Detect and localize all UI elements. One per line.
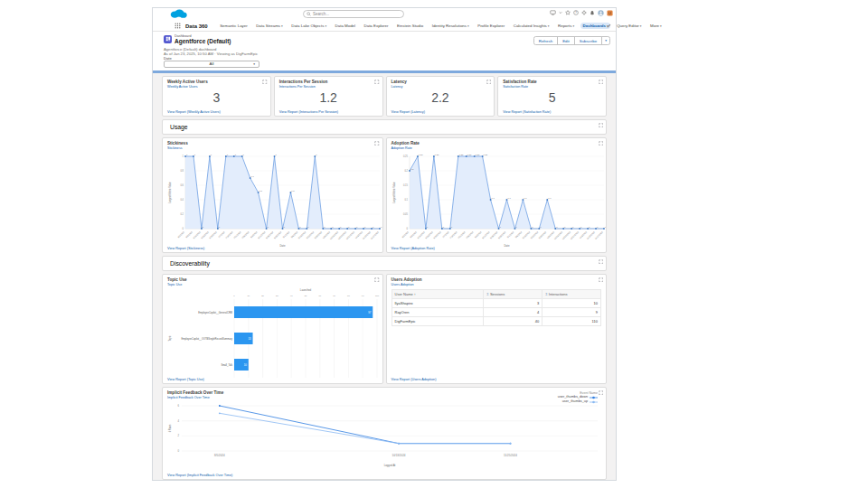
app-launcher-icon[interactable] (175, 23, 181, 29)
nav-item-data-model[interactable]: Data Model (333, 23, 357, 29)
expand-icon[interactable] (599, 277, 604, 283)
subscribe-button[interactable]: Subscribe (574, 36, 603, 45)
nav-item-data-explorer[interactable]: Data Explorer (362, 23, 391, 29)
svg-text:0.2: 0.2 (404, 169, 408, 173)
metric-subtitle-link[interactable]: Latency (392, 85, 490, 89)
svg-text:0: 0 (183, 227, 184, 230)
expand-icon[interactable] (374, 141, 380, 146)
chart-title: Implicit Feedback Over Time (167, 390, 601, 395)
expand-icon[interactable] (374, 80, 380, 85)
help-icon[interactable]: ? (573, 10, 579, 15)
svg-text:?: ? (575, 11, 577, 14)
expand-icon[interactable] (486, 80, 492, 85)
view-report-link[interactable]: View Report (Users Adoption) (392, 378, 437, 381)
nav-item-einstein-studio[interactable]: Einstein Studio (394, 23, 425, 29)
users-adoption-table: User Name ↑Σ SessionsΣ InteractionsIlyaS… (392, 289, 602, 326)
favorites-icon[interactable] (565, 10, 571, 15)
stickiness-chart: 00.20.40.60.81110101110.70.50100.5001000… (167, 151, 383, 249)
chevron-down-icon[interactable] (559, 11, 562, 14)
nav-item-profile-explorer[interactable]: Profile Explorer (476, 23, 507, 29)
card-adoption-rate: Adoption RateAdoption Rate00.050.10.150.… (386, 137, 608, 253)
expand-icon[interactable] (599, 259, 604, 265)
svg-text:0.6: 0.6 (180, 183, 184, 187)
nav-item-data-streams[interactable]: Data Streams▾ (254, 23, 286, 29)
nav-item-data-lake-objects[interactable]: Data Lake Objects▾ (289, 23, 329, 29)
chart-subtitle-link[interactable]: Users Adoption (392, 283, 602, 286)
section-discoverability: Discoverability (162, 256, 607, 271)
svg-text:0: 0 (381, 225, 382, 228)
setup-icon[interactable] (581, 10, 587, 15)
chart-subtitle-link[interactable]: Topic Use (167, 283, 378, 286)
expand-icon[interactable] (374, 277, 380, 283)
svg-text:1: 1 (243, 153, 245, 155)
svg-text:10/27/2024: 10/27/2024 (345, 230, 355, 240)
column-header-sessions[interactable]: Σ Sessions (484, 289, 542, 298)
column-header-user-name[interactable]: User Name ↑ (392, 289, 484, 298)
svg-text:0.1: 0.1 (404, 198, 408, 202)
expand-icon[interactable] (599, 123, 604, 128)
metric-subtitle-link[interactable]: Weekly Active Users (167, 85, 266, 89)
refresh-button[interactable]: Refresh (533, 36, 558, 45)
svg-text:11/17/2024: 11/17/2024 (594, 230, 604, 240)
view-report-link[interactable]: View Report (Weekly Active Users) (167, 110, 221, 114)
chevron-down-icon: ▾ (253, 62, 255, 66)
legend-marker (590, 400, 598, 404)
view-report-link[interactable]: View Report (Interactions Per Session) (279, 110, 338, 114)
chart-title: Users Adoption (392, 277, 602, 282)
svg-text:6: 6 (177, 404, 179, 408)
svg-text:# Rows: # Rows (168, 423, 172, 431)
metric-card-satisfaction-rate: Satisfaction RateSatisfaction Rate5View … (497, 76, 607, 117)
expand-icon[interactable] (262, 80, 268, 85)
expand-icon[interactable] (599, 80, 604, 85)
edit-nav-pencil-icon[interactable] (607, 23, 611, 28)
metric-subtitle-link[interactable]: Interactions Per Session (279, 85, 378, 89)
astro-icon[interactable] (607, 10, 613, 16)
view-report-link[interactable]: View Report (Topic Use) (167, 378, 204, 381)
svg-text:97: 97 (368, 310, 372, 314)
notifications-icon[interactable] (590, 10, 595, 15)
nav-item-calculated-insights[interactable]: Calculated Insights▾ (511, 23, 552, 29)
view-report-link[interactable]: View Report (Adoption Rate) (392, 247, 435, 250)
screenshot-icon[interactable] (550, 10, 556, 15)
value-cell: 3 (484, 298, 542, 307)
svg-text:0: 0 (356, 225, 358, 228)
metrics-row: Weekly Active UsersWeekly Active Users3V… (162, 76, 607, 117)
nav-item-more[interactable]: More▾ (648, 23, 665, 29)
chart-subtitle-link[interactable]: Implicit Feedback Over Time (167, 396, 601, 399)
metric-title: Latency (392, 80, 490, 84)
view-report-link[interactable]: View Report (Stickiness) (167, 247, 204, 250)
card-implicit-feedback: Implicit Feedback Over TimeImplicit Feed… (162, 387, 607, 480)
svg-text:6/30/2024: 6/30/2024 (432, 230, 441, 239)
svg-text:0.8: 0.8 (180, 169, 184, 173)
edit-button[interactable]: Edit (557, 36, 575, 45)
svg-text:0.2: 0.2 (180, 212, 184, 216)
column-header-interactions[interactable]: Σ Interactions (542, 289, 601, 298)
svg-text:0.1: 0.1 (507, 196, 511, 199)
nav-item-semantic-layer[interactable]: Semantic Layer (218, 23, 250, 29)
global-search-input[interactable]: Search... (303, 10, 404, 18)
view-report-link[interactable]: View Report (Latency) (392, 110, 426, 114)
user-avatar[interactable] (598, 10, 604, 16)
svg-text:0.4: 0.4 (180, 198, 184, 202)
nav-item-identity-resolutions[interactable]: Identity Resolutions▾ (429, 23, 471, 29)
more-actions-button[interactable]: ▾ (601, 36, 610, 45)
metric-card-latency: LatencyLatency2.2View Report (Latency) (386, 76, 495, 117)
svg-text:11/25/2024: 11/25/2024 (504, 454, 517, 457)
view-report-link[interactable]: View Report (Implicit Feedback Over Time… (167, 474, 232, 477)
expand-icon[interactable] (599, 141, 604, 146)
svg-text:10: 10 (247, 295, 250, 297)
expand-icon[interactable] (599, 390, 604, 396)
metric-card-interactions-per-session: Interactions Per SessionInteractions Per… (274, 76, 383, 117)
dashboard-header: Dashboard Agentforce (Default) Agentforc… (153, 32, 616, 73)
date-filter-select[interactable]: All ▾ (164, 61, 259, 69)
view-report-link[interactable]: View Report (Satisfaction Rate) (503, 110, 551, 114)
value-cell: 9 (542, 307, 601, 316)
metric-subtitle-link[interactable]: Satisfaction Rate (503, 85, 601, 89)
chart-subtitle-link[interactable]: Adoption Rate (392, 146, 602, 150)
nav-item-reports[interactable]: Reports▾ (556, 23, 577, 29)
nav-item-query-editor[interactable]: Query Editor▾ (615, 23, 644, 29)
svg-text:8/25/2024: 8/25/2024 (497, 230, 506, 239)
metric-value: 1.2 (279, 90, 378, 105)
legend-marker (590, 396, 598, 399)
chart-subtitle-link[interactable]: Stickiness (167, 146, 378, 150)
